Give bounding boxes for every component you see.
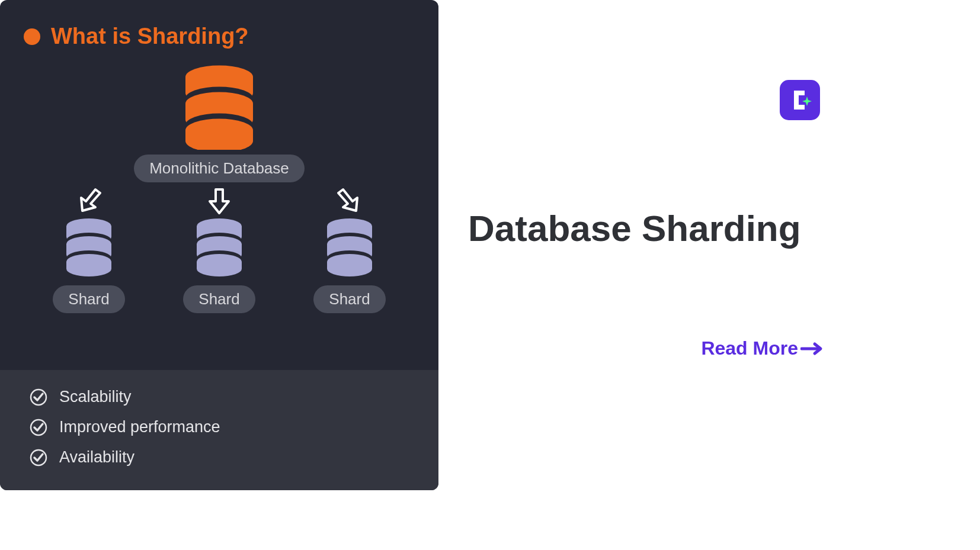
diagram-panel: What is Sharding? Monolithic Database <box>0 0 438 490</box>
db-label-monolith: Monolithic Database <box>134 155 305 182</box>
read-more-link[interactable]: Read More <box>701 337 823 359</box>
read-more-text: Read More <box>701 337 798 359</box>
diagram-area: Monolithic Database <box>0 55 438 370</box>
benefit-text: Availability <box>59 448 134 467</box>
benefit-item: Improved performance <box>30 418 409 436</box>
arrow-down-icon <box>204 186 234 219</box>
arrow-down-right-icon <box>335 186 364 219</box>
shard-label: Shard <box>53 285 124 313</box>
check-circle-icon <box>30 419 47 436</box>
shard-3: Shard <box>313 216 385 313</box>
database-icon-shard <box>59 216 119 281</box>
bullet-icon <box>24 28 40 45</box>
check-circle-icon <box>30 449 47 467</box>
benefit-text: Scalability <box>59 388 132 406</box>
arrow-right-icon <box>800 342 823 356</box>
benefit-text: Improved performance <box>59 418 220 436</box>
arrow-down-left-icon <box>74 186 104 219</box>
brand-logo <box>780 80 820 120</box>
shard-label: Shard <box>313 285 385 313</box>
check-circle-icon <box>30 388 47 406</box>
logo-icon <box>787 87 813 113</box>
heading-row: What is Sharding? <box>0 0 438 55</box>
arrows-row <box>24 186 415 219</box>
shard-label: Shard <box>183 285 255 313</box>
database-icon-shard <box>190 216 249 281</box>
database-icon-monolith <box>175 61 264 150</box>
page-title: Database Sharding <box>468 207 801 249</box>
benefit-item: Availability <box>30 448 409 467</box>
heading-text: What is Sharding? <box>51 24 249 49</box>
content-panel: Database Sharding Read More <box>438 0 980 550</box>
benefit-item: Scalability <box>30 388 409 406</box>
benefits-panel: Scalability Improved performance Availab… <box>0 370 438 490</box>
database-icon-shard <box>320 216 379 281</box>
shard-1: Shard <box>53 216 124 313</box>
shard-2: Shard <box>183 216 255 313</box>
shards-row: Shard Shard <box>24 216 415 313</box>
